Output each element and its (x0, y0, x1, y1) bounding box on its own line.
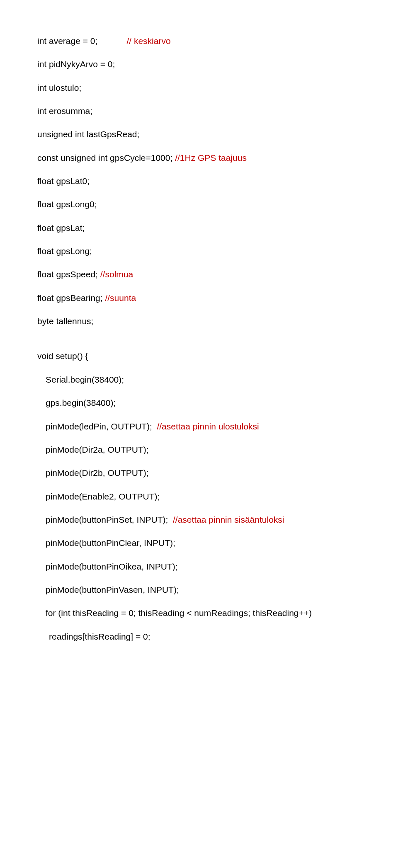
code-text: float gpsBearing; (37, 293, 105, 303)
code-line: pinMode(buttonPinClear, INPUT); (37, 537, 361, 549)
code-line: pinMode(buttonPinSet, INPUT); //asettaa … (37, 514, 361, 526)
code-line: pinMode(Dir2b, OUTPUT); (37, 467, 361, 479)
code-line: float gpsLong0; (37, 199, 361, 210)
code-line: const unsigned int gpsCycle=1000; //1Hz … (37, 152, 361, 164)
code-text: pinMode(Dir2b, OUTPUT); (46, 468, 149, 478)
code-comment: // keskiarvo (126, 36, 170, 46)
code-text: float gpsLat; (37, 223, 85, 233)
code-text: float gpsSpeed; (37, 269, 100, 279)
code-line: byte tallennus; (37, 315, 361, 327)
code-text: readings[thisReading] = 0; (49, 632, 150, 641)
code-line: pinMode(buttonPinOikea, INPUT); (37, 561, 361, 572)
code-text: float gpsLong0; (37, 199, 97, 209)
code-line: pinMode(ledPin, OUTPUT); //asettaa pinni… (37, 421, 361, 432)
code-document: int average = 0; // keskiarvoint pidNyky… (37, 35, 361, 643)
code-comment: //asettaa pinnin sisääntuloksi (173, 515, 284, 524)
code-text: int pidNykyArvo = 0; (37, 59, 115, 69)
code-line: pinMode(Dir2a, OUTPUT); (37, 444, 361, 456)
code-text: float gpsLong; (37, 246, 92, 256)
code-line: readings[thisReading] = 0; (37, 631, 361, 643)
code-text: void setup() { (37, 351, 88, 361)
code-text: byte tallennus; (37, 316, 93, 326)
code-line: pinMode(Enable2, OUTPUT); (37, 491, 361, 502)
code-comment: //solmua (100, 269, 133, 279)
code-text: Serial.begin(38400); (46, 375, 124, 384)
code-line: float gpsLong; (37, 245, 361, 257)
code-line: float gpsBearing; //suunta (37, 292, 361, 304)
code-line: float gpsSpeed; //solmua (37, 269, 361, 280)
code-line: gps.begin(38400); (37, 397, 361, 409)
code-line: float gpsLat0; (37, 175, 361, 187)
code-text: gps.begin(38400); (46, 398, 116, 407)
code-text: float gpsLat0; (37, 176, 90, 186)
code-text: pinMode(Dir2a, OUTPUT); (46, 445, 149, 454)
code-text: for (int thisReading = 0; thisReading < … (46, 608, 312, 618)
code-comment: //suunta (105, 293, 136, 303)
code-comment: //asettaa pinnin ulostuloksi (157, 422, 259, 431)
code-line: int ulostulo; (37, 82, 361, 94)
code-line: float gpsLat; (37, 222, 361, 234)
code-line: pinMode(buttonPinVasen, INPUT); (37, 584, 361, 596)
code-text: pinMode(buttonPinClear, INPUT); (46, 538, 175, 548)
code-text: int average = 0; (37, 36, 126, 46)
code-text: const unsigned int gpsCycle=1000; (37, 153, 175, 162)
code-line: int pidNykyArvo = 0; (37, 58, 361, 70)
code-line: int erosumma; (37, 105, 361, 117)
code-line: unsigned int lastGpsRead; (37, 129, 361, 140)
code-line: Serial.begin(38400); (37, 374, 361, 386)
code-line: void setup() { (37, 350, 361, 362)
code-text: pinMode(buttonPinVasen, INPUT); (46, 585, 179, 594)
code-comment: //1Hz GPS taajuus (175, 153, 247, 162)
code-text: pinMode(buttonPinSet, INPUT); (46, 515, 173, 524)
code-line: int average = 0; // keskiarvo (37, 35, 361, 47)
code-text: int ulostulo; (37, 83, 81, 92)
code-text: pinMode(ledPin, OUTPUT); (46, 422, 157, 431)
code-text: unsigned int lastGpsRead; (37, 129, 139, 139)
code-line: for (int thisReading = 0; thisReading < … (37, 607, 361, 619)
blank-line (37, 339, 361, 350)
code-text: int erosumma; (37, 106, 92, 116)
code-text: pinMode(Enable2, OUTPUT); (46, 492, 160, 501)
code-text: pinMode(buttonPinOikea, INPUT); (46, 562, 178, 571)
